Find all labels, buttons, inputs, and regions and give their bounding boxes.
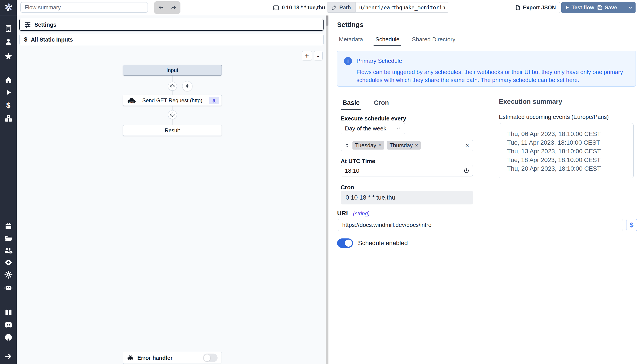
sidebar-item-groups[interactable] bbox=[4, 246, 13, 255]
tab-schedule[interactable]: Schedule bbox=[374, 33, 401, 46]
calendar-icon bbox=[273, 4, 279, 11]
splitter-handle[interactable] bbox=[326, 16, 328, 26]
windmill-flow-editor: $ bbox=[0, 0, 640, 364]
error-handler-toggle[interactable] bbox=[203, 354, 218, 362]
clear-all-icon[interactable]: × bbox=[466, 142, 469, 149]
dollar-icon: $ bbox=[24, 36, 27, 43]
error-handler-bar[interactable]: Error handler bbox=[123, 352, 222, 364]
lightning-icon bbox=[185, 84, 190, 89]
flow-graph-panel: Settings $ All Static Inputs + - Input bbox=[17, 15, 326, 364]
primary-schedule-badge[interactable]: 0 10 18 * * tue,thu bbox=[273, 0, 325, 15]
variable-picker-button[interactable]: $ bbox=[626, 219, 637, 231]
save-button[interactable]: Save bbox=[594, 2, 621, 13]
schedule-enabled-label: Schedule enabled bbox=[358, 240, 408, 247]
tab-cron[interactable]: Cron bbox=[372, 99, 391, 110]
trigger-button[interactable] bbox=[182, 81, 192, 91]
info-title: Primary Schedule bbox=[356, 58, 629, 64]
calendar-icon bbox=[4, 222, 12, 230]
tab-shared-directory[interactable]: Shared Directory bbox=[410, 33, 457, 46]
sidebar-divider bbox=[0, 348, 17, 348]
sidebar-item-workspace-settings[interactable] bbox=[4, 270, 13, 279]
folder-open-icon bbox=[4, 234, 13, 242]
book-icon bbox=[4, 308, 13, 316]
plus-cross-icon bbox=[170, 112, 175, 117]
url-label: URL bbox=[337, 210, 350, 217]
utc-time-label: At UTC Time bbox=[341, 158, 375, 165]
cron-label: Cron bbox=[341, 184, 354, 191]
sidebar-item-runs[interactable] bbox=[5, 89, 12, 96]
flow-node-result[interactable]: Result bbox=[123, 125, 222, 136]
flow-settings-bar[interactable]: Settings bbox=[19, 19, 324, 31]
schedule-mode-tabs: Basic Cron bbox=[341, 99, 473, 110]
zoom-in-button[interactable]: + bbox=[302, 51, 312, 60]
plus-cross-icon bbox=[170, 84, 175, 89]
flow-node-http[interactable]: HTTP Send GET Request (http) a bbox=[123, 95, 222, 106]
event-item: Thu, 13 Apr 2023, 18:10:00 CEST bbox=[507, 147, 633, 156]
sidebar-item-workspace[interactable] bbox=[4, 24, 12, 32]
info-content: Primary Schedule Flows can be triggered … bbox=[356, 56, 629, 81]
topbar: 0 10 18 * * tue,thu Path u/henri/earthqu… bbox=[17, 0, 640, 15]
gear-icon bbox=[4, 270, 13, 279]
error-handler-label: Error handler bbox=[137, 355, 172, 361]
save-button-group: Save bbox=[594, 2, 636, 13]
sidebar-item-audit-logs[interactable] bbox=[4, 258, 13, 266]
edit-path-button[interactable]: Path bbox=[327, 2, 355, 13]
toggle-knob bbox=[345, 240, 352, 247]
sidebar: $ bbox=[0, 0, 17, 364]
schedule-enabled-toggle[interactable] bbox=[337, 238, 353, 248]
insert-step-button[interactable] bbox=[168, 110, 177, 119]
zoom-out-button[interactable]: - bbox=[314, 51, 323, 60]
save-more-button[interactable] bbox=[625, 2, 636, 13]
chevron-down-icon bbox=[628, 5, 633, 10]
dollar-icon: $ bbox=[6, 101, 10, 110]
sidebar-item-discord[interactable] bbox=[4, 321, 13, 329]
all-static-inputs-bar[interactable]: $ All Static Inputs bbox=[19, 34, 324, 45]
windmill-logo-icon[interactable] bbox=[3, 2, 14, 12]
sidebar-item-favorites[interactable] bbox=[4, 52, 13, 60]
tab-metadata[interactable]: Metadata bbox=[337, 33, 365, 46]
sidebar-item-home[interactable] bbox=[4, 76, 12, 84]
url-input[interactable] bbox=[338, 219, 623, 231]
sort-icon bbox=[344, 143, 350, 148]
undo-button[interactable] bbox=[156, 2, 167, 13]
days-multiselect[interactable]: Tuesday × Thursday × × bbox=[341, 140, 473, 151]
sidebar-item-variables[interactable]: $ bbox=[6, 101, 10, 110]
all-static-inputs-label: All Static Inputs bbox=[31, 36, 73, 43]
undo-redo-group bbox=[154, 1, 180, 14]
sidebar-item-folders[interactable] bbox=[4, 234, 13, 242]
tab-basic[interactable]: Basic bbox=[341, 99, 361, 110]
insert-step-button[interactable] bbox=[168, 82, 177, 91]
divider bbox=[499, 110, 634, 110]
panel-splitter[interactable] bbox=[326, 15, 328, 364]
flow-node-http-label: Send GET Request (http) bbox=[142, 97, 202, 104]
remove-chip-icon[interactable]: × bbox=[415, 142, 418, 148]
remove-chip-icon[interactable]: × bbox=[378, 142, 382, 148]
export-json-button[interactable]: Export JSON bbox=[511, 2, 560, 13]
time-input[interactable]: 18:10 bbox=[341, 165, 473, 176]
sidebar-item-resources[interactable] bbox=[4, 114, 13, 122]
http-cloud-icon: HTTP bbox=[126, 97, 137, 104]
day-chip-label: Thursday bbox=[390, 142, 413, 149]
sidebar-item-schedules[interactable] bbox=[4, 222, 12, 230]
test-flow-button[interactable]: Test flow bbox=[561, 2, 598, 13]
info-icon: i bbox=[344, 57, 352, 65]
execution-summary-subtitle: Estimated upcoming events (Europe/Paris) bbox=[499, 114, 609, 120]
flow-summary-input[interactable] bbox=[20, 2, 148, 13]
eye-icon bbox=[4, 258, 13, 266]
flow-node-input[interactable]: Input bbox=[123, 65, 222, 76]
sidebar-item-user[interactable] bbox=[4, 38, 12, 46]
sidebar-item-workers[interactable] bbox=[4, 284, 13, 292]
chevron-down-icon bbox=[396, 126, 401, 131]
pencil-icon bbox=[331, 5, 337, 10]
path-value[interactable]: u/henri/earthquake_monitorin bbox=[355, 2, 449, 13]
sidebar-item-docs[interactable] bbox=[4, 308, 13, 316]
event-item: Tue, 11 Apr 2023, 18:10:00 CEST bbox=[507, 138, 633, 147]
building-icon bbox=[4, 24, 12, 32]
url-label-row: URL (string) bbox=[337, 210, 370, 217]
path-control: Path u/henri/earthquake_monitorin bbox=[327, 2, 449, 13]
redo-button[interactable] bbox=[168, 2, 179, 13]
sidebar-expand-button[interactable] bbox=[4, 352, 12, 360]
sidebar-divider bbox=[0, 16, 17, 16]
sidebar-item-github[interactable] bbox=[4, 333, 13, 342]
frequency-select[interactable]: Day of the week bbox=[341, 123, 405, 134]
